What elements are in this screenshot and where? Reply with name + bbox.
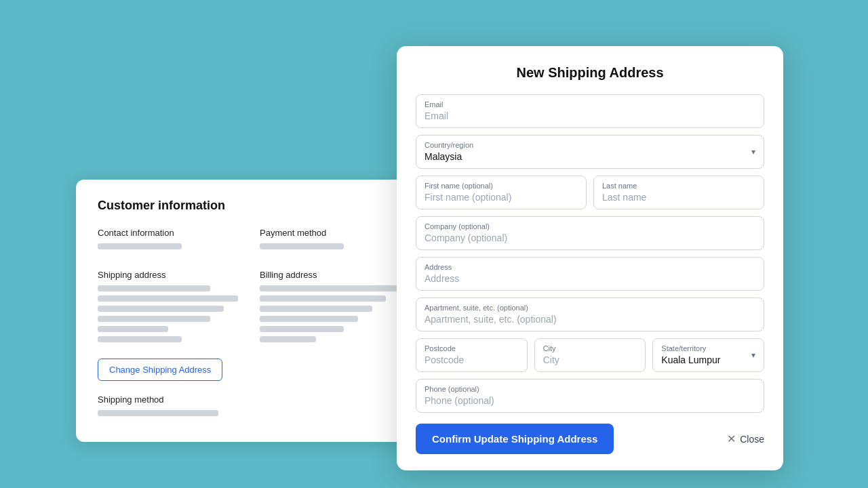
apartment-input[interactable] <box>425 314 755 325</box>
payment-section: Payment method <box>260 228 400 253</box>
email-field-wrapper: Email <box>416 94 764 128</box>
email-row: Email <box>416 94 764 128</box>
billing-address-section: Billing address <box>260 270 400 381</box>
phone-label: Phone (optional) <box>425 385 755 393</box>
address-label: Address <box>425 263 755 271</box>
address-input[interactable] <box>425 273 755 284</box>
postcode-label: Postcode <box>425 344 519 352</box>
skeleton-bar <box>98 306 224 312</box>
first-name-input[interactable] <box>425 192 578 203</box>
close-x-icon: ✕ <box>727 432 736 445</box>
contact-title: Contact information <box>98 228 238 238</box>
name-row: First name (optional) Last name <box>416 176 764 209</box>
apartment-field-wrapper: Apartment, suite, etc. (optional) <box>416 298 764 331</box>
skeleton-bar <box>98 296 238 302</box>
company-row: Company (optional) <box>416 216 764 250</box>
customer-card: Customer information Contact information… <box>76 180 422 442</box>
customer-card-title: Customer information <box>98 199 400 213</box>
phone-field-wrapper: Phone (optional) <box>416 379 764 413</box>
skeleton-bar <box>260 296 386 302</box>
skeleton-bar <box>98 285 210 291</box>
email-label: Email <box>425 100 755 108</box>
shipping-address-title: Shipping address <box>98 270 238 280</box>
city-label: City <box>543 344 637 352</box>
state-select[interactable]: Kuala Lumpur <box>661 354 755 365</box>
city-input[interactable] <box>543 354 637 365</box>
address-row: Address <box>416 257 764 291</box>
company-label: Company (optional) <box>425 222 755 230</box>
state-label: State/territory <box>661 344 755 352</box>
shipping-method-title: Shipping method <box>98 394 400 405</box>
skeleton-bar <box>260 285 400 291</box>
postcode-field-wrapper: Postcode <box>416 338 528 372</box>
skeleton-bar <box>260 336 316 342</box>
first-name-label: First name (optional) <box>425 182 578 190</box>
skeleton-bar <box>98 243 182 249</box>
location-row: Postcode City State/territory Kuala Lump… <box>416 338 764 372</box>
skeleton-bar <box>260 306 372 312</box>
company-input[interactable] <box>425 232 755 243</box>
city-field-wrapper: City <box>534 338 646 372</box>
shipping-method-section: Shipping method <box>98 394 400 416</box>
last-name-input[interactable] <box>602 192 755 203</box>
skeleton-bar <box>98 326 168 332</box>
email-input[interactable] <box>425 110 755 121</box>
company-field-wrapper: Company (optional) <box>416 216 764 250</box>
skeleton-bar <box>260 316 358 322</box>
skeleton-bar <box>98 316 210 322</box>
phone-row: Phone (optional) <box>416 379 764 413</box>
apartment-row: Apartment, suite, etc. (optional) <box>416 298 764 331</box>
confirm-update-button[interactable]: Confirm Update Shipping Address <box>416 424 614 454</box>
modal-footer: Confirm Update Shipping Address ✕ Close <box>416 424 764 454</box>
modal-title: New Shipping Address <box>416 65 764 81</box>
skeleton-bar <box>260 326 344 332</box>
shipping-address-section: Shipping address Change Shipping Address <box>98 270 238 381</box>
close-button[interactable]: ✕ Close <box>727 432 764 445</box>
phone-input[interactable] <box>425 395 755 406</box>
close-label: Close <box>740 434 764 445</box>
state-field-wrapper: State/territory Kuala Lumpur ▾ <box>652 338 764 372</box>
country-row: Country/region Malaysia ▾ <box>416 135 764 169</box>
country-label: Country/region <box>425 141 755 149</box>
country-field-wrapper: Country/region Malaysia ▾ <box>416 135 764 169</box>
contact-section: Contact information <box>98 228 238 253</box>
postcode-input[interactable] <box>425 354 519 365</box>
new-shipping-address-modal: New Shipping Address Email Country/regio… <box>397 46 783 470</box>
last-name-label: Last name <box>602 182 755 190</box>
skeleton-bar <box>260 243 344 249</box>
last-name-field-wrapper: Last name <box>593 176 764 209</box>
address-field-wrapper: Address <box>416 257 764 291</box>
skeleton-bar <box>98 410 218 416</box>
first-name-field-wrapper: First name (optional) <box>416 176 587 209</box>
payment-title: Payment method <box>260 228 400 238</box>
skeleton-bar <box>98 336 182 342</box>
billing-address-title: Billing address <box>260 270 400 280</box>
country-select[interactable]: Malaysia <box>425 151 755 162</box>
change-shipping-address-button[interactable]: Change Shipping Address <box>98 359 222 381</box>
apartment-label: Apartment, suite, etc. (optional) <box>425 304 755 312</box>
